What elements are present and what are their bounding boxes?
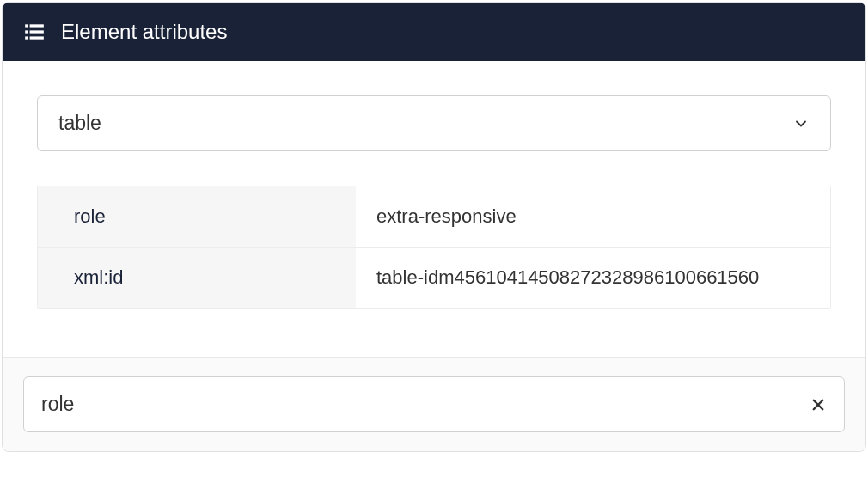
table-row[interactable]: xml:id table-idm456104145082723289861006… (38, 248, 830, 308)
svg-rect-5 (30, 36, 44, 39)
attributes-table: role extra-responsive xml:id table-idm45… (37, 186, 831, 309)
element-select-value: table (58, 112, 101, 135)
attribute-name: role (38, 186, 356, 247)
panel-body: table role extra-responsive xml:id table… (3, 61, 865, 357)
table-row[interactable]: role extra-responsive (38, 186, 830, 248)
svg-rect-1 (30, 24, 44, 27)
clear-button[interactable] (799, 386, 837, 424)
attribute-value: table-idm45610414508272328986100661560 (356, 248, 830, 308)
attribute-input-wrap (23, 376, 845, 432)
svg-rect-4 (25, 36, 28, 39)
chevron-down-icon (792, 115, 810, 132)
attribute-input[interactable] (24, 377, 799, 431)
panel-header: Element attributes (3, 3, 865, 61)
attribute-value: extra-responsive (356, 186, 830, 247)
element-select[interactable]: table (37, 95, 831, 151)
close-icon (810, 397, 826, 413)
panel-title: Element attributes (61, 20, 227, 44)
panel-footer (3, 357, 865, 451)
list-icon (23, 21, 46, 43)
svg-rect-3 (30, 30, 44, 33)
svg-rect-0 (25, 24, 28, 27)
svg-rect-2 (25, 30, 28, 33)
element-attributes-panel: Element attributes table role extra-resp… (2, 2, 866, 452)
attribute-name: xml:id (38, 248, 356, 308)
